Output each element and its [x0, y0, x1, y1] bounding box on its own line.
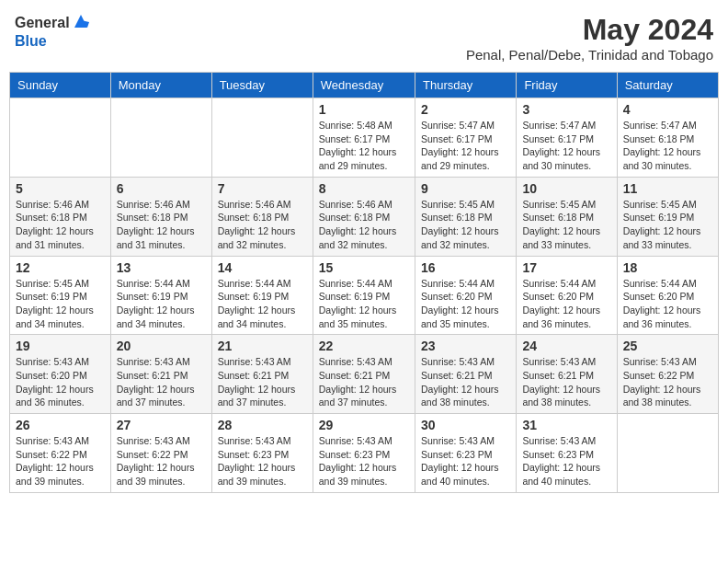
day-number: 25	[623, 339, 712, 353]
week-row-1: 1Sunrise: 5:48 AM Sunset: 6:17 PM Daylig…	[10, 98, 719, 178]
day-cell: 2Sunrise: 5:47 AM Sunset: 6:17 PM Daylig…	[415, 98, 516, 178]
day-number: 1	[319, 102, 409, 117]
logo: General Blue	[15, 13, 89, 49]
col-header-thursday: Thursday	[415, 73, 516, 98]
day-number: 12	[16, 260, 105, 275]
day-cell	[110, 98, 211, 178]
day-number: 5	[16, 181, 105, 196]
day-info: Sunrise: 5:45 AM Sunset: 6:18 PM Dayligh…	[522, 198, 610, 252]
day-number: 20	[117, 339, 206, 353]
col-header-wednesday: Wednesday	[313, 73, 415, 98]
day-info: Sunrise: 5:44 AM Sunset: 6:19 PM Dayligh…	[319, 277, 409, 331]
day-cell: 25Sunrise: 5:43 AM Sunset: 6:22 PM Dayli…	[617, 335, 718, 414]
day-number: 8	[319, 181, 409, 196]
day-number: 14	[218, 260, 307, 275]
day-info: Sunrise: 5:47 AM Sunset: 6:18 PM Dayligh…	[623, 119, 712, 173]
day-number: 16	[421, 260, 510, 275]
day-cell: 13Sunrise: 5:44 AM Sunset: 6:19 PM Dayli…	[110, 256, 211, 335]
logo-icon	[73, 13, 89, 29]
day-cell: 23Sunrise: 5:43 AM Sunset: 6:21 PM Dayli…	[415, 335, 516, 414]
day-number: 4	[623, 102, 712, 117]
day-cell: 31Sunrise: 5:43 AM Sunset: 6:23 PM Dayli…	[517, 414, 617, 493]
day-cell: 29Sunrise: 5:43 AM Sunset: 6:23 PM Dayli…	[313, 414, 415, 493]
day-info: Sunrise: 5:44 AM Sunset: 6:19 PM Dayligh…	[218, 277, 307, 331]
day-info: Sunrise: 5:44 AM Sunset: 6:19 PM Dayligh…	[117, 277, 206, 331]
day-info: Sunrise: 5:44 AM Sunset: 6:20 PM Dayligh…	[522, 277, 610, 331]
col-header-tuesday: Tuesday	[211, 73, 313, 98]
day-info: Sunrise: 5:46 AM Sunset: 6:18 PM Dayligh…	[319, 198, 409, 252]
week-row-2: 5Sunrise: 5:46 AM Sunset: 6:18 PM Daylig…	[10, 177, 719, 256]
day-cell: 5Sunrise: 5:46 AM Sunset: 6:18 PM Daylig…	[10, 177, 111, 256]
day-info: Sunrise: 5:43 AM Sunset: 6:20 PM Dayligh…	[16, 355, 105, 409]
day-number: 22	[319, 339, 409, 353]
svg-marker-0	[74, 15, 87, 28]
day-cell: 22Sunrise: 5:43 AM Sunset: 6:21 PM Dayli…	[313, 335, 415, 414]
day-cell: 6Sunrise: 5:46 AM Sunset: 6:18 PM Daylig…	[110, 177, 211, 256]
day-info: Sunrise: 5:43 AM Sunset: 6:23 PM Dayligh…	[522, 434, 610, 488]
day-cell: 21Sunrise: 5:43 AM Sunset: 6:21 PM Dayli…	[211, 335, 313, 414]
logo-general-text: General	[15, 15, 70, 31]
day-cell: 19Sunrise: 5:43 AM Sunset: 6:20 PM Dayli…	[10, 335, 111, 414]
col-header-sunday: Sunday	[10, 73, 111, 98]
day-info: Sunrise: 5:44 AM Sunset: 6:20 PM Dayligh…	[421, 277, 510, 331]
title-area: May 2024 Penal, Penal/Debe, Trinidad and…	[466, 13, 713, 63]
day-cell: 17Sunrise: 5:44 AM Sunset: 6:20 PM Dayli…	[517, 256, 617, 335]
day-cell: 10Sunrise: 5:45 AM Sunset: 6:18 PM Dayli…	[517, 177, 617, 256]
day-number: 10	[522, 181, 610, 196]
day-cell: 3Sunrise: 5:47 AM Sunset: 6:17 PM Daylig…	[517, 98, 617, 178]
day-cell: 16Sunrise: 5:44 AM Sunset: 6:20 PM Dayli…	[415, 256, 516, 335]
header: General Blue May 2024 Penal, Penal/Debe,…	[9, 9, 719, 66]
day-info: Sunrise: 5:43 AM Sunset: 6:22 PM Dayligh…	[16, 434, 105, 488]
day-info: Sunrise: 5:43 AM Sunset: 6:22 PM Dayligh…	[117, 434, 206, 488]
day-info: Sunrise: 5:43 AM Sunset: 6:23 PM Dayligh…	[218, 434, 307, 488]
day-cell	[211, 98, 313, 178]
day-info: Sunrise: 5:46 AM Sunset: 6:18 PM Dayligh…	[16, 198, 105, 252]
day-number: 31	[522, 418, 610, 432]
day-info: Sunrise: 5:47 AM Sunset: 6:17 PM Dayligh…	[421, 119, 510, 173]
day-number: 29	[319, 418, 409, 432]
day-info: Sunrise: 5:43 AM Sunset: 6:21 PM Dayligh…	[218, 355, 307, 409]
day-cell: 24Sunrise: 5:43 AM Sunset: 6:21 PM Dayli…	[517, 335, 617, 414]
day-cell: 27Sunrise: 5:43 AM Sunset: 6:22 PM Dayli…	[110, 414, 211, 493]
week-row-5: 26Sunrise: 5:43 AM Sunset: 6:22 PM Dayli…	[10, 414, 719, 493]
day-number: 2	[421, 102, 510, 117]
day-cell	[617, 414, 718, 493]
day-number: 9	[421, 181, 510, 196]
day-number: 18	[623, 260, 712, 275]
day-info: Sunrise: 5:43 AM Sunset: 6:23 PM Dayligh…	[421, 434, 510, 488]
day-number: 7	[218, 181, 307, 196]
day-number: 19	[16, 339, 105, 353]
day-info: Sunrise: 5:44 AM Sunset: 6:20 PM Dayligh…	[623, 277, 712, 331]
calendar: SundayMondayTuesdayWednesdayThursdayFrid…	[9, 72, 719, 493]
day-info: Sunrise: 5:46 AM Sunset: 6:18 PM Dayligh…	[218, 198, 307, 252]
day-number: 27	[117, 418, 206, 432]
subtitle: Penal, Penal/Debe, Trinidad and Tobago	[466, 47, 713, 63]
day-number: 17	[522, 260, 610, 275]
day-info: Sunrise: 5:43 AM Sunset: 6:21 PM Dayligh…	[421, 355, 510, 409]
col-header-monday: Monday	[110, 73, 211, 98]
day-number: 30	[421, 418, 510, 432]
main-title: May 2024	[466, 13, 713, 47]
day-info: Sunrise: 5:45 AM Sunset: 6:18 PM Dayligh…	[421, 198, 510, 252]
day-number: 28	[218, 418, 307, 432]
day-number: 3	[522, 102, 610, 117]
day-number: 23	[421, 339, 510, 353]
day-number: 13	[117, 260, 206, 275]
week-row-4: 19Sunrise: 5:43 AM Sunset: 6:20 PM Dayli…	[10, 335, 719, 414]
col-header-saturday: Saturday	[617, 73, 718, 98]
day-cell: 15Sunrise: 5:44 AM Sunset: 6:19 PM Dayli…	[313, 256, 415, 335]
day-number: 15	[319, 260, 409, 275]
day-cell: 11Sunrise: 5:45 AM Sunset: 6:19 PM Dayli…	[617, 177, 718, 256]
day-number: 26	[16, 418, 105, 432]
day-number: 21	[218, 339, 307, 353]
col-header-friday: Friday	[517, 73, 617, 98]
day-cell: 7Sunrise: 5:46 AM Sunset: 6:18 PM Daylig…	[211, 177, 313, 256]
day-info: Sunrise: 5:43 AM Sunset: 6:23 PM Dayligh…	[319, 434, 409, 488]
day-info: Sunrise: 5:43 AM Sunset: 6:21 PM Dayligh…	[117, 355, 206, 409]
day-cell: 8Sunrise: 5:46 AM Sunset: 6:18 PM Daylig…	[313, 177, 415, 256]
day-cell: 12Sunrise: 5:45 AM Sunset: 6:19 PM Dayli…	[10, 256, 111, 335]
logo-blue-text: Blue	[15, 33, 47, 49]
day-cell: 26Sunrise: 5:43 AM Sunset: 6:22 PM Dayli…	[10, 414, 111, 493]
day-info: Sunrise: 5:47 AM Sunset: 6:17 PM Dayligh…	[522, 119, 610, 173]
calendar-header-row: SundayMondayTuesdayWednesdayThursdayFrid…	[10, 73, 719, 98]
